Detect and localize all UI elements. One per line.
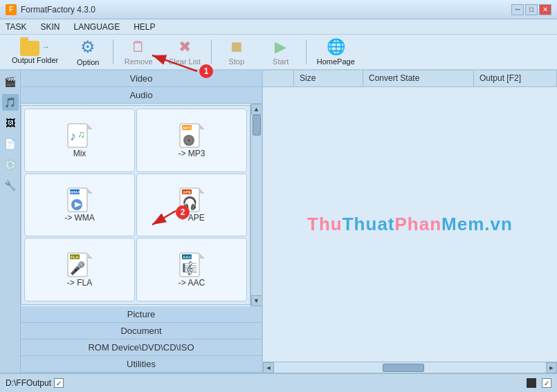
maximize-button[interactable]: □ xyxy=(525,4,538,15)
col-size: Size xyxy=(294,71,363,86)
watermark-mem: Mem xyxy=(441,214,484,234)
toolbar: → Output Folder ⚙ Option 🗒 Remove ✖ Clea… xyxy=(0,35,557,71)
homepage-label: HomePage xyxy=(317,57,355,66)
h-scroll-track xyxy=(274,363,546,373)
svg-text:APE: APE xyxy=(183,190,191,194)
svg-marker-28 xyxy=(199,253,205,259)
table-header: Size Convert State Output [F2] xyxy=(263,71,557,87)
clear-list-label: Clear List xyxy=(168,57,200,66)
sidebar: 🎬 🎵 🖼 📄 💿 🔧 Video Audio xyxy=(0,71,263,373)
menu-skin[interactable]: SKIN xyxy=(37,21,62,33)
clear-list-button[interactable]: ✖ Clear List xyxy=(162,37,206,67)
clear-icon: ✖ xyxy=(179,38,191,56)
sidebar-main: Video Audio xyxy=(21,71,262,373)
sidebar-section-rom[interactable]: ROM Device\DVD\CD\ISO xyxy=(21,339,262,356)
audio-grid: ♪ ♫ Mix xyxy=(21,105,250,305)
audio-fla-label: -> FLA xyxy=(67,278,92,288)
close-button[interactable]: ✕ xyxy=(539,4,551,15)
homepage-button[interactable]: 🌐 HomePage xyxy=(311,37,361,67)
svg-text:FLA: FLA xyxy=(71,255,79,259)
svg-text:♪: ♪ xyxy=(70,129,76,143)
sidebar-section-document[interactable]: Document xyxy=(21,323,262,339)
sidebar-section-utilities[interactable]: Utilities xyxy=(21,356,262,373)
option-button[interactable]: ⚙ Option xyxy=(67,37,109,67)
status-right-checkbox[interactable] xyxy=(542,378,551,388)
status-square xyxy=(527,378,536,388)
menu-bar: TASK SKIN LANGUAGE HELP xyxy=(0,19,557,35)
start-button[interactable]: ▶ Start xyxy=(260,37,302,67)
svg-marker-12 xyxy=(87,188,93,194)
watermark-text: ThuThuatPhanMem.vn xyxy=(307,214,513,235)
menu-help[interactable]: HELP xyxy=(131,21,158,33)
svg-text:MP3: MP3 xyxy=(183,126,192,130)
sidebar-section-audio[interactable]: Audio xyxy=(21,87,262,104)
remove-icon: 🗒 xyxy=(131,38,146,56)
app-icon: F xyxy=(6,4,17,15)
output-folder-button[interactable]: → Output Folder xyxy=(6,37,64,67)
watermark-vn: vn xyxy=(491,214,513,234)
mp3-icon: MP3 xyxy=(179,122,205,149)
folder-icon xyxy=(20,41,39,56)
svg-marker-18 xyxy=(199,188,205,194)
status-path: D:\FFOutput xyxy=(6,378,64,388)
remove-label: Remove xyxy=(125,57,153,66)
sidebar-icon-picture[interactable]: 🖼 xyxy=(2,115,19,131)
svg-text:🎼: 🎼 xyxy=(182,261,198,276)
content-area: Size Convert State Output [F2] ThuThuatP… xyxy=(263,71,557,373)
svg-marker-23 xyxy=(87,253,93,259)
sidebar-icon-document[interactable]: 📄 xyxy=(2,136,19,152)
stop-button[interactable]: ⏹ Stop xyxy=(216,37,257,67)
menu-task[interactable]: TASK xyxy=(3,21,29,33)
col-convert-state: Convert State xyxy=(363,71,474,86)
audio-item-aac[interactable]: AAC 🎼 -> AAC xyxy=(136,238,247,301)
toolbar-separator-1 xyxy=(113,39,113,64)
audio-item-wma[interactable]: WMA -> WMA xyxy=(24,174,135,237)
col-name xyxy=(263,71,294,86)
svg-text:WMA: WMA xyxy=(70,190,81,194)
audio-mix-label: Mix xyxy=(73,149,86,158)
audio-item-mix[interactable]: ♪ ♫ Mix xyxy=(24,109,135,172)
window-controls[interactable]: ─ □ ✕ xyxy=(511,4,551,15)
wma-icon: WMA xyxy=(66,187,93,213)
start-icon: ▶ xyxy=(275,38,286,56)
scroll-thumb[interactable] xyxy=(253,115,261,136)
sidebar-icon-video[interactable]: 🎬 xyxy=(2,73,19,90)
mix-icon: ♪ ♫ xyxy=(66,122,93,149)
minimize-button[interactable]: ─ xyxy=(511,4,524,15)
scroll-down-arrow[interactable]: ▼ xyxy=(251,295,262,306)
audio-item-ape[interactable]: APE 🎧 -> APE xyxy=(136,174,247,237)
sidebar-section-picture[interactable]: Picture xyxy=(21,306,262,323)
home-icon: 🌐 xyxy=(327,38,345,56)
svg-text:AAC: AAC xyxy=(183,255,192,259)
sidebar-icon-utilities[interactable]: 🔧 xyxy=(2,177,19,194)
status-path-checkbox[interactable] xyxy=(54,378,64,388)
toolbar-separator-2 xyxy=(211,39,212,64)
status-bar: D:\FFOutput xyxy=(0,373,557,392)
sidebar-scrollbar[interactable]: ▲ ▼ xyxy=(250,104,262,306)
sidebar-icon-audio[interactable]: 🎵 xyxy=(2,94,19,111)
scroll-up-arrow[interactable]: ▲ xyxy=(251,104,262,115)
svg-marker-1 xyxy=(87,124,93,129)
audio-item-mp3[interactable]: MP3 -> MP3 xyxy=(136,109,247,172)
stop-icon: ⏹ xyxy=(229,38,244,56)
status-path-text: D:\FFOutput xyxy=(6,378,51,388)
h-scroll-right-arrow[interactable]: ► xyxy=(546,362,557,373)
sidebar-section-video[interactable]: Video xyxy=(21,71,262,87)
content-body: ThuThuatPhanMem.vn xyxy=(263,87,557,362)
audio-item-fla[interactable]: FLA 🎤 -> FLA xyxy=(24,238,135,301)
sidebar-icon-rom[interactable]: 💿 xyxy=(2,156,19,173)
remove-button[interactable]: 🗒 Remove xyxy=(118,37,159,67)
menu-language[interactable]: LANGUAGE xyxy=(71,21,122,33)
fla-icon: FLA 🎤 xyxy=(66,252,93,278)
title-bar-left: F FormatFactory 4.3.0 xyxy=(6,4,95,15)
window-title: FormatFactory 4.3.0 xyxy=(21,5,95,15)
stop-label: Stop xyxy=(228,57,244,66)
audio-ape-label: -> APE xyxy=(179,213,205,223)
h-scroll-thumb[interactable] xyxy=(383,364,424,372)
audio-mp3-label: -> MP3 xyxy=(178,149,205,158)
main-layout: 🎬 🎵 🖼 📄 💿 🔧 Video Audio xyxy=(0,71,557,373)
horizontal-scrollbar[interactable]: ◄ ► xyxy=(263,362,557,373)
h-scroll-left-arrow[interactable]: ◄ xyxy=(263,362,274,373)
watermark-phan: Phan xyxy=(395,214,442,234)
col-output: Output [F2] xyxy=(474,71,557,86)
